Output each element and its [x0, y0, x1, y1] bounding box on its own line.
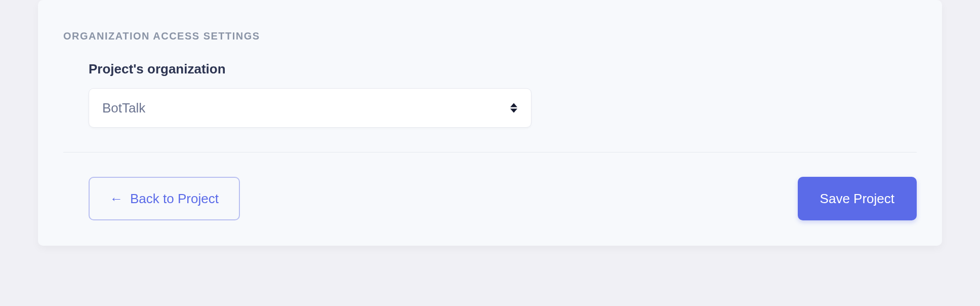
section-title: ORGANIZATION ACCESS SETTINGS — [63, 0, 917, 61]
save-button-label: Save Project — [820, 191, 894, 207]
organization-field-group: Project's organization BotTalk — [63, 61, 917, 128]
organization-select-wrap: BotTalk — [89, 88, 532, 128]
page-wrap: ORGANIZATION ACCESS SETTINGS Project's o… — [0, 0, 980, 246]
back-to-project-button[interactable]: ← Back to Project — [89, 177, 240, 220]
organization-select[interactable]: BotTalk — [89, 88, 532, 128]
organization-label: Project's organization — [89, 61, 917, 77]
back-button-label: Back to Project — [130, 191, 219, 207]
settings-card: ORGANIZATION ACCESS SETTINGS Project's o… — [38, 0, 942, 246]
save-project-button[interactable]: Save Project — [798, 177, 917, 220]
divider — [63, 152, 917, 152]
actions-row: ← Back to Project Save Project — [63, 177, 917, 220]
arrow-left-icon: ← — [110, 192, 123, 205]
